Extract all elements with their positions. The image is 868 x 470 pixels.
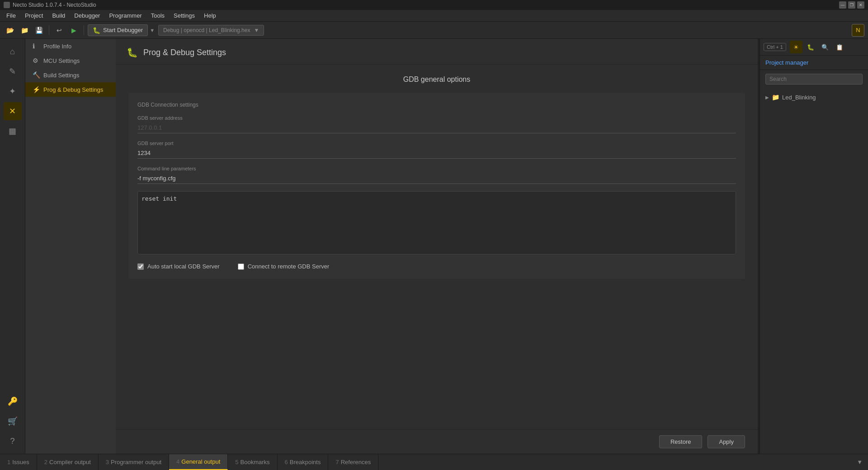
debug-session-text: Debug | openocd | Led_Blinking.hex bbox=[163, 27, 250, 33]
progdebug-icon: ⚡ bbox=[33, 86, 40, 93]
toolbar-btn-1[interactable]: 📂 bbox=[4, 24, 16, 37]
tree-item-led-blinking[interactable]: ▶ 📁 Led_Blinking bbox=[760, 92, 868, 103]
server-port-input[interactable] bbox=[137, 148, 736, 159]
info-icon: ℹ bbox=[33, 42, 40, 50]
bottom-tab-compiler[interactable]: 2 Compiler output bbox=[37, 454, 99, 470]
menu-item-project[interactable]: Project bbox=[20, 11, 47, 20]
right-panel-toolbar: Ctrl + 1 ☀ 🐛 🔍 📋 bbox=[760, 39, 868, 56]
right-panel-search bbox=[760, 70, 868, 88]
main-layout: ⌂ ✎ ✦ ✕ ▦ 🔑 🛒 ? ℹ Profile Info ⚙ MCU Set… bbox=[0, 39, 868, 454]
auto-start-checkbox-label[interactable]: Auto start local GDB Server bbox=[137, 263, 220, 270]
right-panel-btn-2[interactable]: 🐛 bbox=[804, 41, 817, 53]
connect-remote-label: Connect to remote GDB Server bbox=[248, 263, 330, 270]
tab-label-programmer: Programmer output bbox=[111, 459, 161, 465]
auto-start-checkbox[interactable] bbox=[137, 263, 144, 270]
folder-icon: 📁 bbox=[772, 94, 779, 101]
menu-item-debugger[interactable]: Debugger bbox=[70, 11, 104, 20]
sidebar-item-packages[interactable]: ▦ bbox=[4, 122, 22, 140]
bottom-tab-breakpoints[interactable]: 6 Breakpoints bbox=[278, 454, 329, 470]
menu-bar: FileProjectBuildDebuggerProgrammerToolsS… bbox=[0, 10, 868, 22]
menu-item-build[interactable]: Build bbox=[47, 11, 70, 20]
bottom-tab-references[interactable]: 7 References bbox=[328, 454, 378, 470]
project-search-input[interactable] bbox=[765, 74, 863, 85]
build-nav-icon: 🔨 bbox=[33, 71, 40, 79]
right-panel-btn-clipboard[interactable]: 📋 bbox=[833, 41, 846, 53]
menu-item-help[interactable]: Help bbox=[199, 11, 221, 20]
server-port-group: GDB server port bbox=[137, 141, 736, 159]
sidebar-item-license[interactable]: 🔑 bbox=[4, 392, 22, 410]
content-header-icon: 🐛 bbox=[127, 47, 138, 58]
bottom-tab-programmer[interactable]: 3 Programmer output bbox=[99, 454, 169, 470]
tab-num-7: 7 bbox=[335, 459, 339, 465]
title-bar: Necto Studio 1.0.7.4 - NectoStudio — ❐ ✕ bbox=[0, 0, 868, 10]
content-header: 🐛 Prog & Debug Settings bbox=[116, 39, 758, 65]
nav-item-profile[interactable]: ℹ Profile Info bbox=[25, 39, 116, 53]
cmd-params-input[interactable] bbox=[137, 173, 736, 184]
sidebar-item-shop[interactable]: 🛒 bbox=[4, 412, 22, 430]
dropdown-arrow[interactable]: ▼ bbox=[150, 28, 155, 33]
cmd-params-label: Command line parameters bbox=[137, 166, 736, 171]
tab-num-1: 1 bbox=[7, 459, 10, 465]
section-title: GDB general options bbox=[128, 75, 745, 84]
content-header-title: Prog & Debug Settings bbox=[143, 48, 226, 57]
bottom-tab-bar: 1 Issues 2 Compiler output 3 Programmer … bbox=[0, 454, 868, 470]
tab-label-issues: Issues bbox=[12, 459, 29, 465]
toolbar-separator-2 bbox=[84, 25, 84, 35]
tab-num-5: 5 bbox=[235, 459, 238, 465]
menu-item-programmer[interactable]: Programmer bbox=[104, 11, 146, 20]
sidebar-item-home[interactable]: ⌂ bbox=[4, 42, 22, 61]
tab-label-general: General output bbox=[181, 458, 220, 465]
nav-item-progdebug[interactable]: ⚡ Prog & Debug Settings bbox=[25, 82, 116, 97]
bottom-tab-issues[interactable]: 1 Issues bbox=[0, 454, 37, 470]
menu-item-tools[interactable]: Tools bbox=[146, 11, 169, 20]
restore-button[interactable]: ❐ bbox=[848, 1, 855, 9]
debug-session-label[interactable]: Debug | openocd | Led_Blinking.hex ▼ bbox=[158, 25, 264, 36]
bottom-tab-general[interactable]: 4 General output bbox=[169, 454, 228, 470]
icon-sidebar: ⌂ ✎ ✦ ✕ ▦ 🔑 🛒 ? bbox=[0, 39, 25, 454]
nav-label-build: Build Settings bbox=[43, 72, 80, 79]
minimize-button[interactable]: — bbox=[839, 1, 846, 9]
sidebar-item-edit[interactable]: ✎ bbox=[4, 62, 22, 80]
bottom-expand-btn[interactable]: ▼ bbox=[851, 454, 868, 470]
toolbar-separator-1 bbox=[49, 25, 49, 35]
menu-item-file[interactable]: File bbox=[2, 11, 20, 20]
bug-icon: 🐛 bbox=[93, 27, 100, 34]
restore-button[interactable]: Restore bbox=[659, 435, 703, 448]
right-panel-btn-search[interactable]: 🔍 bbox=[819, 41, 831, 53]
toolbar-play-btn[interactable]: ▶ bbox=[67, 24, 80, 37]
right-panel-btn-1[interactable]: ☀ bbox=[790, 41, 802, 53]
toolbar: 📂 📁 💾 ↩ ▶ 🐛 Start Debugger ▼ Debug | ope… bbox=[0, 22, 868, 39]
apply-button[interactable]: Apply bbox=[708, 435, 745, 448]
bottom-tab-bookmarks[interactable]: 5 Bookmarks bbox=[228, 454, 277, 470]
toolbar-btn-2[interactable]: 📁 bbox=[18, 24, 31, 37]
connect-remote-checkbox-label[interactable]: Connect to remote GDB Server bbox=[238, 263, 330, 270]
connect-remote-checkbox[interactable] bbox=[238, 263, 244, 270]
sidebar-item-build[interactable]: ✦ bbox=[4, 82, 22, 100]
mcu-icon: ⚙ bbox=[33, 57, 40, 64]
nav-item-mcu[interactable]: ⚙ MCU Settings bbox=[25, 53, 116, 68]
sidebar-item-help[interactable]: ? bbox=[4, 432, 22, 450]
tab-label-bookmarks: Bookmarks bbox=[241, 459, 270, 465]
content-area: 🐛 Prog & Debug Settings GDB general opti… bbox=[116, 39, 758, 454]
nav-item-build[interactable]: 🔨 Build Settings bbox=[25, 68, 116, 82]
server-address-input[interactable] bbox=[137, 122, 736, 133]
connection-section-label: GDB Connection settings bbox=[137, 102, 736, 108]
tree-item-label: Led_Blinking bbox=[782, 94, 816, 101]
close-button[interactable]: ✕ bbox=[857, 1, 864, 9]
ctrl-label: Ctrl + 1 bbox=[764, 43, 786, 51]
server-address-group: GDB server address bbox=[137, 115, 736, 133]
server-port-label: GDB server port bbox=[137, 141, 736, 146]
toolbar-btn-arrow[interactable]: ↩ bbox=[53, 24, 66, 37]
toolbar-btn-3[interactable]: 💾 bbox=[33, 24, 45, 37]
settings-nav: ℹ Profile Info ⚙ MCU Settings 🔨 Build Se… bbox=[25, 39, 116, 454]
menu-item-settings[interactable]: Settings bbox=[169, 11, 199, 20]
tab-label-compiler: Compiler output bbox=[49, 459, 91, 465]
gdb-commands-textarea[interactable]: reset init bbox=[137, 191, 736, 254]
tab-label-breakpoints: Breakpoints bbox=[290, 459, 321, 465]
window-controls: — ❐ ✕ bbox=[839, 1, 864, 9]
start-debugger-button[interactable]: 🐛 Start Debugger bbox=[88, 24, 148, 36]
sidebar-item-debug[interactable]: ✕ bbox=[4, 102, 22, 120]
necto-logo-button[interactable]: N bbox=[852, 24, 864, 37]
right-panel-title: Project manager bbox=[760, 56, 868, 70]
tree-arrow: ▶ bbox=[765, 95, 769, 100]
